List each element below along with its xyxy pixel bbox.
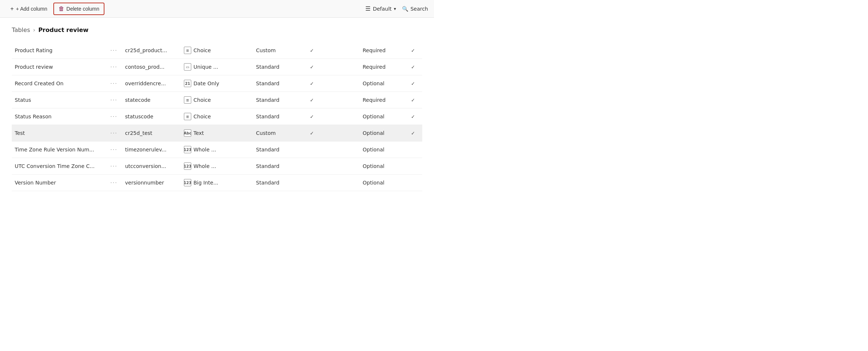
delete-column-label: Delete column (67, 6, 100, 12)
row-type: ≡ Choice (181, 108, 253, 125)
row-dots[interactable]: ··· (107, 92, 122, 108)
row-type: ▭ Unique ... (181, 59, 253, 75)
row-spacer (323, 175, 360, 191)
row-type: 123 Whole ... (181, 158, 253, 175)
row-spacer (323, 158, 360, 175)
row-spacer (323, 92, 360, 108)
row-check2: ✓ (404, 59, 422, 75)
toolbar-left: + + Add column 🗑 Delete column (6, 3, 104, 15)
row-dots[interactable]: ··· (107, 125, 122, 142)
table-row[interactable]: Product review ··· contoso_prod... ▭ Uni… (12, 59, 422, 75)
table-row[interactable]: Time Zone Rule Version Num... ··· timezo… (12, 142, 422, 158)
row-schema: contoso_prod... (122, 59, 181, 75)
table-row[interactable]: Status ··· statecode ≡ Choice Standard ✓… (12, 92, 422, 108)
row-source: Standard (253, 142, 301, 158)
row-dots[interactable]: ··· (107, 108, 122, 125)
row-required: Optional (360, 75, 404, 92)
row-check2 (404, 158, 422, 175)
row-dots[interactable]: ··· (107, 59, 122, 75)
row-required: Optional (360, 158, 404, 175)
row-name: UTC Conversion Time Zone C... (12, 158, 107, 175)
row-schema: utcconversion... (122, 158, 181, 175)
row-schema: timezonerulev... (122, 142, 181, 158)
type-label: Unique ... (193, 64, 218, 70)
row-check1: ✓ (301, 75, 323, 92)
chevron-down-icon: ▾ (394, 6, 396, 11)
table-row[interactable]: Test ··· cr25d_test Abc Text Custom ✓ Op… (12, 125, 422, 142)
type-icon: ≡ (184, 47, 191, 54)
type-label: Whole ... (193, 147, 216, 153)
row-dots[interactable]: ··· (107, 142, 122, 158)
type-icon: 21 (184, 80, 191, 87)
row-dots[interactable]: ··· (107, 75, 122, 92)
row-check1: ✓ (301, 42, 323, 59)
table-row[interactable]: Version Number ··· versionnumber 123 Big… (12, 175, 422, 191)
delete-column-button[interactable]: 🗑 Delete column (53, 3, 105, 15)
type-label: Choice (193, 97, 211, 103)
type-label: Text (193, 130, 204, 136)
view-selector[interactable]: ☰ Default ▾ (365, 5, 396, 12)
row-source: Custom (253, 125, 301, 142)
table-row[interactable]: UTC Conversion Time Zone C... ··· utccon… (12, 158, 422, 175)
table-row[interactable]: Product Rating ··· cr25d_product... ≡ Ch… (12, 42, 422, 59)
type-label: Date Only (193, 80, 219, 86)
type-label: Choice (193, 114, 211, 119)
trash-icon: 🗑 (58, 6, 64, 12)
type-icon: 123 (184, 179, 191, 186)
row-name: Product Rating (12, 42, 107, 59)
row-required: Optional (360, 142, 404, 158)
row-dots[interactable]: ··· (107, 42, 122, 59)
row-required: Optional (360, 108, 404, 125)
row-required: Required (360, 59, 404, 75)
row-check2: ✓ (404, 42, 422, 59)
row-source: Standard (253, 158, 301, 175)
row-name: Status Reason (12, 108, 107, 125)
breadcrumb-current: Product review (38, 26, 88, 33)
search-label: Search (410, 6, 428, 12)
row-check1: ✓ (301, 125, 323, 142)
row-schema: versionnumber (122, 175, 181, 191)
row-type: ≡ Choice (181, 42, 253, 59)
row-spacer (323, 59, 360, 75)
search-icon: 🔍 (402, 6, 408, 12)
row-dots[interactable]: ··· (107, 175, 122, 191)
row-required: Optional (360, 175, 404, 191)
row-required: Optional (360, 125, 404, 142)
row-type: Abc Text (181, 125, 253, 142)
row-name: Status (12, 92, 107, 108)
row-source: Standard (253, 175, 301, 191)
type-icon: ▭ (184, 63, 191, 71)
row-dots[interactable]: ··· (107, 158, 122, 175)
row-check2: ✓ (404, 92, 422, 108)
row-check2: ✓ (404, 125, 422, 142)
row-spacer (323, 125, 360, 142)
row-schema: overriddencre... (122, 75, 181, 92)
row-check1 (301, 142, 323, 158)
row-check1: ✓ (301, 108, 323, 125)
row-check2 (404, 142, 422, 158)
table-row[interactable]: Record Created On ··· overriddencre... 2… (12, 75, 422, 92)
search-button[interactable]: 🔍 Search (402, 6, 428, 12)
row-check2: ✓ (404, 75, 422, 92)
type-label: Whole ... (193, 163, 216, 169)
row-spacer (323, 108, 360, 125)
toolbar: + + Add column 🗑 Delete column ☰ Default… (0, 0, 434, 18)
row-type: 123 Big Inte... (181, 175, 253, 191)
table-row[interactable]: Status Reason ··· statuscode ≡ Choice St… (12, 108, 422, 125)
row-required: Required (360, 42, 404, 59)
row-check2 (404, 175, 422, 191)
breadcrumb: Tables › Product review (12, 26, 422, 33)
row-schema: statecode (122, 92, 181, 108)
row-name: Product review (12, 59, 107, 75)
add-column-button[interactable]: + + Add column (6, 3, 52, 14)
row-name: Test (12, 125, 107, 142)
breadcrumb-separator: › (33, 26, 35, 33)
row-spacer (323, 75, 360, 92)
row-spacer (323, 142, 360, 158)
type-icon: 123 (184, 146, 191, 153)
row-type: 21 Date Only (181, 75, 253, 92)
row-check1 (301, 175, 323, 191)
add-column-label: + Add column (16, 6, 47, 12)
breadcrumb-tables-link[interactable]: Tables (12, 26, 30, 33)
plus-icon: + (10, 6, 14, 12)
